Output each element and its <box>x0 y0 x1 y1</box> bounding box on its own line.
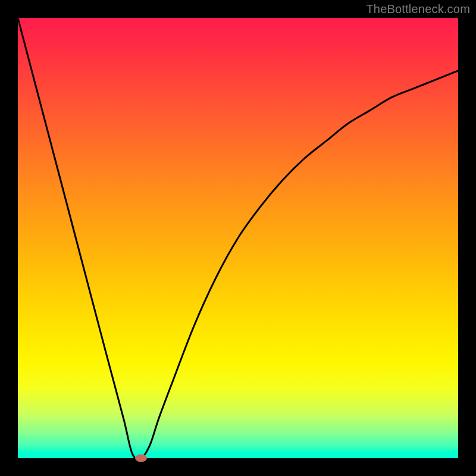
chart-frame: TheBottleneck.com <box>0 0 476 476</box>
optimum-marker <box>135 455 147 462</box>
watermark-text: TheBottleneck.com <box>366 2 470 16</box>
plot-area <box>18 18 458 458</box>
bottleneck-curve <box>18 18 458 458</box>
